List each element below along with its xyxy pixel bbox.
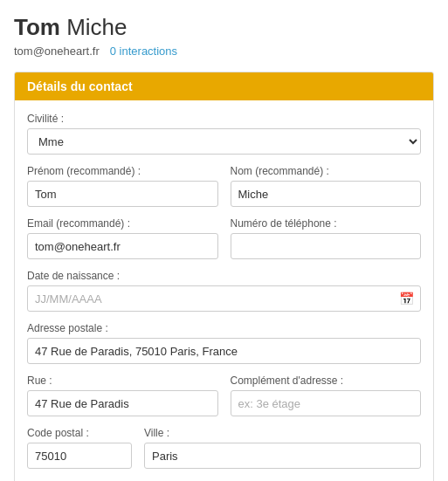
rue-label: Rue : — [27, 374, 218, 387]
nom-input[interactable] — [231, 181, 422, 207]
nom-group: Nom (recommandé) : — [231, 165, 422, 207]
card-header: Détails du contact — [15, 72, 433, 100]
complement-label: Complément d'adresse : — [231, 374, 422, 387]
adresse-input[interactable] — [27, 338, 421, 364]
ville-label: Ville : — [144, 427, 421, 439]
email-group: Email (recommandé) : — [27, 217, 218, 259]
adresse-group: Adresse postale : — [27, 322, 421, 364]
name-row: Prénom (recommandé) : Nom (recommandé) : — [27, 165, 421, 217]
contact-name: Tom Miche — [14, 14, 434, 41]
dob-group: Date de naissance : 📅 — [27, 270, 421, 312]
civilite-label: Civilité : — [27, 113, 421, 125]
interactions-badge[interactable]: 0 interactions — [110, 45, 177, 58]
adresse-label: Adresse postale : — [27, 322, 421, 334]
ville-input[interactable] — [144, 443, 421, 469]
dob-label: Date de naissance : — [27, 270, 421, 282]
card-title: Détails du contact — [27, 79, 133, 93]
phone-label: Numéro de téléphone : — [231, 217, 422, 230]
email-phone-row: Email (recommandé) : Numéro de téléphone… — [27, 217, 421, 270]
code-postal-label: Code postal : — [27, 427, 132, 439]
contact-details-card: Détails du contact Civilité : Mme M. Aut… — [14, 72, 434, 481]
ville-group: Ville : — [144, 427, 421, 469]
civilite-group: Civilité : Mme M. Autre — [27, 113, 421, 155]
contact-meta: tom@oneheart.fr 0 interactions — [14, 45, 434, 58]
card-body: Civilité : Mme M. Autre Prénom (recomman… — [15, 100, 433, 481]
complement-group: Complément d'adresse : — [231, 374, 422, 416]
code-ville-row: Code postal : Ville : — [27, 427, 421, 479]
nom-label: Nom (recommandé) : — [231, 165, 422, 177]
contact-last-name: Miche — [66, 14, 127, 40]
dob-wrapper: 📅 — [27, 285, 421, 312]
contact-email: tom@oneheart.fr — [14, 45, 100, 58]
email-input[interactable] — [27, 233, 218, 259]
dob-input[interactable] — [27, 285, 421, 312]
contact-first-name: Tom — [14, 14, 60, 40]
complement-input[interactable] — [231, 390, 422, 416]
prenom-group: Prénom (recommandé) : — [27, 165, 218, 207]
prenom-label: Prénom (recommandé) : — [27, 165, 218, 177]
phone-group: Numéro de téléphone : — [231, 217, 422, 259]
page-header: Tom Miche tom@oneheart.fr 0 interactions — [14, 14, 434, 58]
email-label: Email (recommandé) : — [27, 217, 218, 230]
code-postal-input[interactable] — [27, 443, 132, 469]
civilite-select[interactable]: Mme M. Autre — [27, 128, 421, 155]
phone-input[interactable] — [231, 233, 422, 259]
prenom-input[interactable] — [27, 181, 218, 207]
code-postal-group: Code postal : — [27, 427, 132, 469]
rue-group: Rue : — [27, 374, 218, 416]
rue-complement-row: Rue : Complément d'adresse : — [27, 374, 421, 427]
rue-input[interactable] — [27, 390, 218, 416]
